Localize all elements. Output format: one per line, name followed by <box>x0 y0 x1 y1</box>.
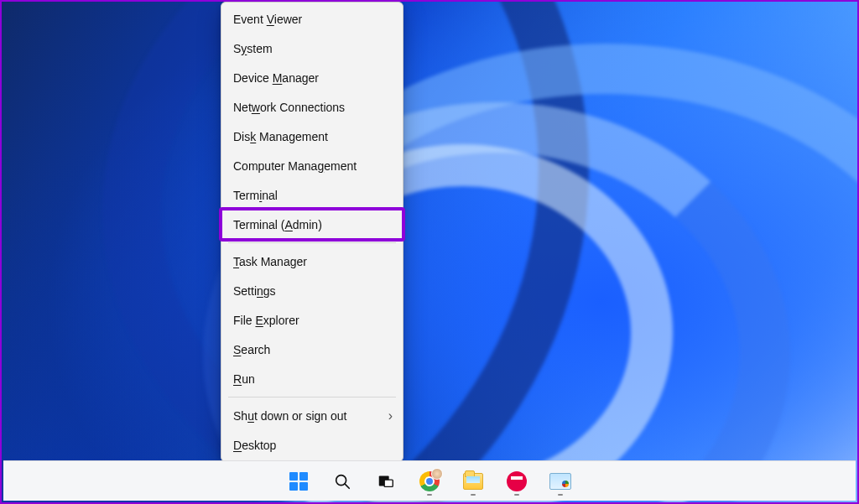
menu-item-label: Event Viewer <box>233 13 302 26</box>
desktop-wallpaper <box>2 2 857 502</box>
menu-item-label: File Explorer <box>233 314 299 327</box>
menu-item-label: Disk Management <box>233 130 328 143</box>
menu-item-label: Computer Management <box>233 159 357 173</box>
menu-item-label: System <box>233 42 273 55</box>
menu-item-label: Device Manager <box>233 71 319 85</box>
lips-icon <box>507 471 527 491</box>
start-button[interactable] <box>287 470 310 493</box>
menu-item-event-viewer[interactable]: Event Viewer <box>221 4 403 34</box>
menu-item-label: Settings <box>233 284 276 298</box>
menu-item-file-explorer[interactable]: File Explorer <box>221 305 403 335</box>
menu-item-label: Search <box>233 343 270 356</box>
profile-badge-icon <box>431 468 443 480</box>
taskbar-search-button[interactable] <box>331 470 354 493</box>
taskbar-app-control-panel[interactable] <box>549 470 572 493</box>
menu-separator <box>228 397 396 397</box>
control-panel-icon <box>549 473 571 490</box>
menu-separator <box>228 242 396 243</box>
menu-item-label: Terminal <box>233 189 278 202</box>
svg-line-1 <box>345 484 349 488</box>
menu-item-device-manager[interactable]: Device Manager <box>221 63 403 92</box>
file-explorer-icon <box>463 473 483 490</box>
menu-item-label: Run <box>233 372 255 386</box>
menu-item-network-connections[interactable]: Network Connections <box>221 92 403 122</box>
menu-item-label: Terminal (Admin) <box>233 218 322 231</box>
menu-item-label: Desktop <box>233 439 276 452</box>
menu-item-run[interactable]: Run <box>221 364 403 393</box>
menu-item-terminal[interactable]: Terminal <box>221 180 403 210</box>
taskbar-app-lips[interactable] <box>505 470 528 493</box>
menu-item-disk-management[interactable]: Disk Management <box>221 122 403 151</box>
menu-item-system[interactable]: System <box>221 34 403 63</box>
menu-item-search[interactable]: Search <box>221 335 403 364</box>
menu-item-desktop[interactable]: Desktop <box>221 430 403 460</box>
menu-item-shut-down-or-sign-out[interactable]: Shut down or sign out <box>221 401 403 430</box>
menu-item-settings[interactable]: Settings <box>221 276 403 305</box>
menu-item-label: Task Manager <box>233 255 307 268</box>
svg-rect-3 <box>384 480 393 486</box>
menu-item-label: Shut down or sign out <box>233 409 346 423</box>
menu-item-task-manager[interactable]: Task Manager <box>221 247 403 276</box>
windows-logo-icon <box>289 472 308 491</box>
task-view-icon <box>377 472 395 491</box>
menu-item-terminal-admin[interactable]: Terminal (Admin) <box>221 210 403 239</box>
taskbar <box>3 460 856 501</box>
menu-item-label: Network Connections <box>233 101 345 114</box>
task-view-button[interactable] <box>374 470 398 493</box>
search-icon <box>333 472 351 491</box>
taskbar-app-chrome[interactable] <box>418 470 441 493</box>
winx-context-menu[interactable]: Event ViewerSystemDevice ManagerNetwork … <box>221 2 403 462</box>
menu-item-computer-management[interactable]: Computer Management <box>221 151 403 180</box>
taskbar-app-file-explorer[interactable] <box>461 470 485 493</box>
chrome-icon <box>419 471 440 491</box>
